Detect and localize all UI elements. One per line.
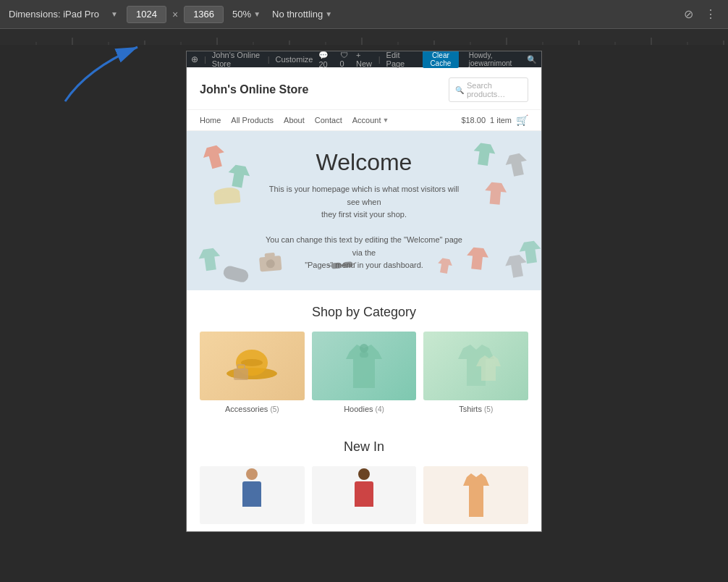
wp-logo-icon: ⊕ [191, 54, 198, 64]
howdy-text: Howdy, joewarnimont [469, 51, 518, 67]
cart-price: $18.00 [461, 116, 486, 125]
zoom-dropdown[interactable]: 50% ▼ [229, 7, 263, 21]
zoom-arrow: ▼ [253, 10, 261, 18]
hero-content: Welcome This is your homepage which is w… [248, 135, 480, 287]
product-image-3 [423, 466, 528, 524]
person-head-1 [246, 468, 258, 480]
main-area: ⊕ | John's Online Store | Customize 💬 20… [0, 45, 728, 582]
dimension-separator: × [172, 9, 178, 20]
zoom-label: 50% [232, 9, 251, 20]
svg-rect-24 [222, 265, 250, 284]
dropdown-arrow: ▼ [111, 10, 118, 18]
height-input[interactable] [184, 6, 224, 23]
store-logo: John's Online Store [200, 83, 309, 96]
dimensions-dropdown[interactable]: ▼ [108, 9, 121, 20]
person-body-2 [355, 481, 373, 507]
dimensions-label: Dimensions: iPad Pro [9, 9, 99, 20]
search-bar-icon: 🔍 [455, 86, 464, 94]
category-card-hoodies[interactable]: Hoodies (4) [312, 332, 417, 413]
search-bar[interactable]: 🔍 Search products… [449, 77, 528, 102]
edit-page-link[interactable]: Edit Page [386, 51, 411, 68]
tshirts-svg [447, 341, 505, 392]
person-body-1 [242, 481, 261, 507]
categories-title: Shop by Category [200, 305, 528, 320]
wp-admin-bar-separator2: | [268, 55, 270, 64]
rotate-icon: ⊘ [684, 8, 693, 20]
new-in-title: New In [200, 439, 528, 455]
store-nav: Home All Products About Contact Account … [187, 109, 541, 131]
site-name-link[interactable]: John's Online Store [212, 51, 262, 68]
nav-account[interactable]: Account ▼ [352, 116, 389, 125]
arrow-annotation [43, 45, 174, 108]
ruler [0, 29, 728, 45]
comment-icon: 💬 [318, 51, 329, 59]
new-in-section: New In [187, 428, 541, 531]
devtools-bar: Dimensions: iPad Pro ▼ × 50% ▼ No thrott… [0, 0, 728, 29]
nav-all-products[interactable]: All Products [231, 116, 274, 125]
person-head-2 [358, 468, 370, 480]
category-grid: Accessories (5) Ho [200, 332, 528, 413]
account-dropdown-icon: ▼ [382, 117, 389, 124]
tshirts-name: Tshirts (5) [423, 405, 528, 413]
nav-home[interactable]: Home [200, 116, 221, 125]
tshirts-image [423, 332, 528, 400]
svg-point-22 [213, 187, 240, 201]
hero-title: Welcome [263, 149, 465, 176]
alerts-count[interactable]: 🛡 0 [340, 51, 351, 68]
wp-admin-bar: ⊕ | John's Online Store | Customize 💬 20… [187, 51, 541, 67]
hoodies-svg [335, 341, 393, 392]
product-svg-3 [458, 470, 494, 520]
svg-rect-23 [214, 193, 241, 205]
throttling-label: No throttling [272, 9, 323, 20]
hero-banner: Welcome This is your homepage which is w… [187, 131, 541, 290]
search-icon[interactable]: 🔍 [527, 55, 537, 64]
store-header: John's Online Store 🔍 Search products… [187, 67, 541, 109]
hero-text: This is your homepage which is what most… [263, 183, 465, 272]
cart-icon: 🛒 [516, 114, 528, 126]
comments-count[interactable]: 💬 20 [318, 51, 334, 69]
product-card-1[interactable] [200, 466, 305, 524]
product-person-1 [234, 468, 270, 523]
categories-section: Shop by Category [187, 290, 541, 428]
throttling-arrow: ▼ [325, 10, 332, 18]
ruler-svg [0, 29, 728, 45]
svg-rect-0 [0, 29, 728, 45]
product-image-2 [312, 466, 417, 524]
accessories-image [200, 332, 305, 400]
more-button[interactable]: ⋮ [702, 4, 719, 24]
category-card-tshirts[interactable]: Tshirts (5) [423, 332, 528, 413]
hoodies-name: Hoodies (4) [312, 405, 417, 413]
svg-point-38 [360, 344, 368, 353]
accessories-name: Accessories (5) [200, 405, 305, 413]
svg-rect-36 [234, 368, 248, 380]
arrow-svg [43, 45, 174, 105]
new-in-grid [200, 466, 528, 524]
nav-about[interactable]: About [284, 116, 305, 125]
product-image-1 [200, 466, 305, 524]
device-frame: ⊕ | John's Online Store | Customize 💬 20… [186, 51, 542, 532]
accessories-svg [223, 341, 281, 392]
cart-items: 1 item [490, 116, 512, 125]
width-input[interactable] [127, 6, 166, 23]
wp-admin-bar-separator3: | [378, 55, 381, 64]
product-card-3[interactable] [423, 466, 528, 524]
search-placeholder: Search products… [467, 81, 522, 98]
clear-cache-button[interactable]: Clear Cache [423, 51, 459, 68]
product-person-2 [346, 468, 382, 523]
new-link[interactable]: + New [356, 51, 373, 68]
customize-link[interactable]: Customize [275, 55, 313, 64]
product-card-2[interactable] [312, 466, 417, 524]
more-icon: ⋮ [705, 8, 716, 20]
throttling-dropdown[interactable]: No throttling ▼ [269, 7, 335, 21]
hoodies-image [312, 332, 417, 400]
nav-contact[interactable]: Contact [315, 116, 342, 125]
wp-admin-bar-separator1: | [204, 55, 206, 64]
alert-icon: 🛡 [340, 51, 348, 59]
rotate-button[interactable]: ⊘ [681, 4, 696, 24]
category-card-accessories[interactable]: Accessories (5) [200, 332, 305, 413]
svg-rect-39 [360, 352, 368, 358]
cart-area[interactable]: $18.00 1 item 🛒 [461, 114, 528, 126]
